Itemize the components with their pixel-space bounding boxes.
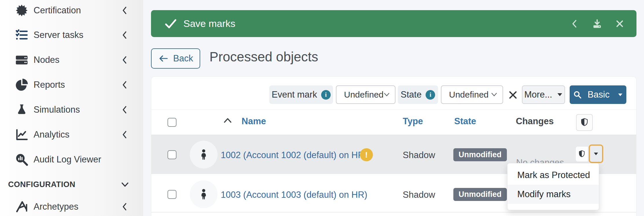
sidebar-item-label: Audit Log Viewer bbox=[34, 154, 101, 165]
sidebar-section-label: CONFIGURATION bbox=[8, 180, 75, 189]
sidebar-item-archetypes[interactable]: Archetypes bbox=[0, 194, 143, 216]
menu-item-mark-as-protected[interactable]: Mark as Protected bbox=[507, 166, 599, 185]
info-icon[interactable]: i bbox=[426, 90, 435, 100]
sidebar-item-certification[interactable]: Certification bbox=[0, 0, 143, 23]
more-filters-button[interactable]: More... bbox=[522, 85, 565, 104]
sidebar-item-label: Nodes bbox=[34, 55, 60, 65]
success-banner: Save marks bbox=[151, 10, 636, 37]
chevron-left-icon bbox=[121, 202, 128, 211]
search-button-label: Basic bbox=[588, 89, 610, 100]
chart-line-icon bbox=[15, 128, 28, 141]
chevron-down-icon bbox=[491, 92, 497, 97]
event-mark-label: Event mark bbox=[272, 89, 317, 100]
more-button-label: More... bbox=[524, 89, 552, 100]
table-header: Name Type State Changes bbox=[151, 109, 636, 135]
arrow-left-icon bbox=[158, 54, 169, 63]
sidebar-item-label: Certification bbox=[34, 5, 81, 16]
object-type: Shadow bbox=[403, 190, 435, 200]
main-content: Save marks bbox=[143, 0, 644, 216]
mark-context-menu: Mark as Protected Modify marks bbox=[507, 163, 599, 210]
sidebar-item-analytics[interactable]: Analytics bbox=[0, 122, 143, 147]
avatar bbox=[190, 180, 218, 208]
state-badge: Unmodified bbox=[453, 148, 507, 161]
info-icon[interactable]: i bbox=[321, 90, 331, 100]
mark-dropdown-toggle[interactable] bbox=[589, 144, 603, 163]
object-name-link[interactable]: 1002 (Account 1002 (default) on HR) bbox=[221, 150, 367, 160]
close-icon[interactable] bbox=[614, 19, 625, 29]
sidebar-item-label: Server tasks bbox=[34, 30, 83, 40]
column-header-state[interactable]: State bbox=[454, 116, 476, 127]
sidebar-item-label: Reports bbox=[34, 80, 65, 90]
column-header-type[interactable]: Type bbox=[403, 116, 423, 127]
object-name-link[interactable]: 1003 (Account 1003 (default) on HR) bbox=[221, 190, 367, 200]
flask-icon bbox=[15, 103, 28, 116]
basic-search-button[interactable]: Basic bbox=[570, 85, 626, 104]
event-mark-select[interactable]: Undefined bbox=[336, 85, 395, 104]
event-mark-value: Undefined bbox=[344, 90, 384, 100]
chevron-left-icon bbox=[121, 6, 128, 15]
caret-down-icon bbox=[593, 152, 599, 156]
search-icon bbox=[573, 90, 582, 99]
download-icon[interactable] bbox=[592, 19, 602, 29]
back-button[interactable]: Back bbox=[151, 48, 200, 69]
person-icon bbox=[198, 149, 210, 161]
task-list-icon bbox=[15, 28, 28, 42]
column-header-changes: Changes bbox=[516, 116, 554, 127]
chevron-down-icon bbox=[384, 92, 390, 97]
sidebar-item-nodes[interactable]: Nodes bbox=[0, 47, 143, 72]
chevron-left-icon bbox=[121, 130, 128, 139]
shield-half-icon bbox=[578, 150, 586, 158]
warning-icon[interactable]: ! bbox=[360, 148, 373, 161]
chevron-left-icon bbox=[121, 105, 128, 114]
server-icon bbox=[15, 53, 28, 67]
state-select[interactable]: Undefined bbox=[441, 85, 503, 104]
select-all-checkbox[interactable] bbox=[168, 118, 176, 127]
row-divider bbox=[151, 212, 636, 213]
mark-shield-button[interactable] bbox=[575, 146, 588, 162]
state-badge: Unmodified bbox=[453, 188, 507, 201]
processed-objects-panel: Event mark i Undefined State i Undefined… bbox=[151, 76, 636, 216]
sidebar-item-label: Archetypes bbox=[34, 202, 78, 212]
state-label: State bbox=[401, 89, 422, 100]
banner-message: Save marks bbox=[183, 18, 235, 29]
person-icon bbox=[198, 188, 210, 200]
certificate-icon bbox=[15, 4, 28, 17]
chevron-left-icon bbox=[121, 31, 128, 39]
banner-actions bbox=[569, 19, 625, 29]
event-mark-filter-label: Event mark i bbox=[269, 85, 333, 104]
sidebar-item-audit-log-viewer[interactable]: Audit Log Viewer bbox=[0, 147, 143, 172]
state-filter-label: State i bbox=[398, 85, 438, 104]
page-title: Processed objects bbox=[209, 49, 318, 65]
caret-down-icon bbox=[557, 93, 563, 97]
sidebar-item-label: Analytics bbox=[34, 129, 69, 140]
object-type: Shadow bbox=[403, 150, 435, 160]
caret-down-icon bbox=[618, 93, 623, 97]
menu-item-modify-marks[interactable]: Modify marks bbox=[507, 185, 599, 204]
chevron-left-icon[interactable] bbox=[569, 19, 580, 29]
sort-ascending-icon[interactable] bbox=[223, 117, 232, 125]
chevron-left-icon bbox=[121, 56, 128, 64]
avatar bbox=[190, 141, 218, 169]
app-window: Certification Server tasks bbox=[0, 0, 644, 216]
sidebar-item-simulations[interactable]: Simulations bbox=[0, 97, 143, 122]
sidebar-item-server-tasks[interactable]: Server tasks bbox=[0, 23, 143, 47]
archetype-icon bbox=[15, 200, 28, 213]
chevron-down-icon bbox=[121, 180, 129, 189]
clear-filters-icon[interactable] bbox=[508, 90, 518, 100]
audit-search-icon bbox=[15, 153, 28, 166]
row-checkbox[interactable] bbox=[168, 190, 176, 199]
shield-column-button[interactable] bbox=[576, 114, 593, 131]
chevron-left-icon bbox=[121, 80, 128, 89]
sidebar-item-reports[interactable]: Reports bbox=[0, 72, 143, 97]
sidebar: Certification Server tasks bbox=[0, 0, 143, 216]
column-header-name[interactable]: Name bbox=[242, 116, 266, 127]
row-checkbox[interactable] bbox=[168, 150, 176, 159]
check-icon bbox=[164, 17, 177, 30]
pie-chart-icon bbox=[15, 78, 28, 91]
sidebar-item-label: Simulations bbox=[34, 105, 80, 115]
back-button-label: Back bbox=[173, 53, 193, 64]
sidebar-section-configuration[interactable]: CONFIGURATION bbox=[0, 172, 143, 197]
shield-half-icon bbox=[580, 118, 589, 127]
state-value: Undefined bbox=[449, 90, 489, 100]
